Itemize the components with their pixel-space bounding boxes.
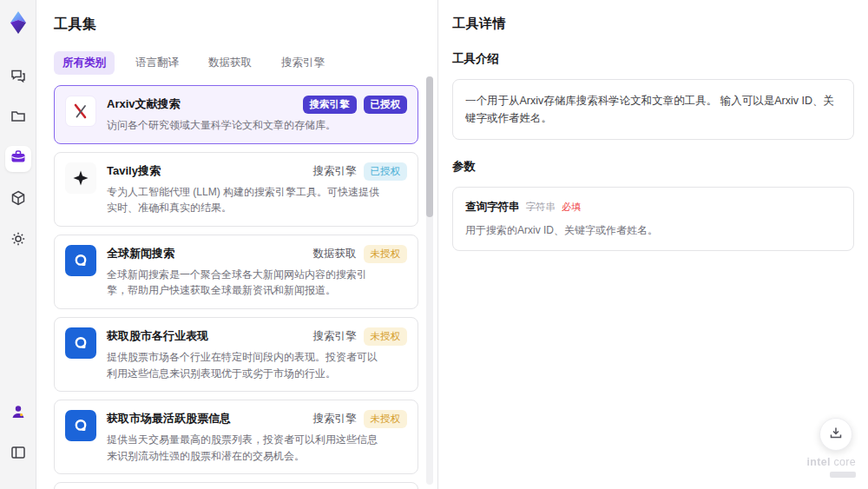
tab-all-categories[interactable]: 所有类别 (54, 51, 115, 75)
user-avatar[interactable] (5, 399, 31, 425)
tool-auth-badge: 未授权 (364, 327, 408, 346)
page-title: 工具集 (54, 16, 437, 34)
tavily-icon (65, 162, 96, 194)
chat-icon (10, 67, 27, 88)
tool-auth-badge: 未授权 (364, 245, 408, 263)
app-logo-icon (7, 10, 30, 38)
tool-auth-badge: 未授权 (364, 410, 408, 428)
download-icon (829, 426, 843, 443)
intel-core-logo: intel core (806, 456, 856, 480)
tab-data-fetch[interactable]: 数据获取 (200, 51, 260, 75)
tool-auth-badge: 已授权 (364, 96, 408, 114)
intro-box: 一个用于从Arxiv存储库搜索科学论文和文章的工具。 输入可以是Arxiv ID… (452, 79, 854, 140)
tool-description: 专为人工智能代理 (LLM) 构建的搜索引擎工具。可快速提供实时、准确和真实的结… (107, 184, 383, 216)
tool-card[interactable]: 万维地区新闻查询搜索引擎未授权查询具体行政区划内的新闻，快速了解各地新闻动态 (54, 482, 418, 489)
tool-details-panel: 工具详情 工具介绍 一个用于从Arxiv存储库搜索科学论文和文章的工具。 输入可… (438, 0, 868, 489)
tool-category-badge: 搜索引擎 (313, 412, 357, 426)
tool-description: 访问各个研究领域大量科学论文和文章的存储库。 (107, 117, 383, 134)
tool-description: 全球新闻搜索是一个聚合全球各大新闻网站内容的搜索引擎，帮助用户快速获取全球最新资… (107, 267, 383, 299)
category-tabs: 所有类别 语言翻译 数据获取 搜索引擎 (54, 51, 437, 75)
tab-translation[interactable]: 语言翻译 (127, 51, 187, 75)
gear-icon (10, 230, 27, 251)
tool-name: 获取股市各行业表现 (107, 327, 208, 344)
param-box: 查询字符串 字符串 必填 用于搜索的Arxiv ID、关键字或作者姓名。 (452, 187, 854, 251)
app-window: 工具集 所有类别 语言翻译 数据获取 搜索引擎 Arxiv文献搜索搜索引擎已授权… (0, 0, 868, 489)
params-heading: 参数 (452, 159, 854, 175)
intro-text: 一个用于从Arxiv存储库搜索科学论文和文章的工具。 输入可以是Arxiv ID… (465, 92, 841, 127)
folder-icon (10, 108, 27, 129)
tool-card[interactable]: Tavily搜索搜索引擎已授权专为人工智能代理 (LLM) 构建的搜索引擎工具。… (54, 152, 418, 227)
cube-icon (10, 189, 27, 210)
details-title: 工具详情 (452, 16, 854, 32)
tool-name: 全球新闻搜索 (107, 245, 174, 261)
param-description: 用于搜索的Arxiv ID、关键字或作者姓名。 (465, 222, 841, 238)
tool-category-badge: 搜索引擎 (303, 96, 357, 114)
param-type: 字符串 (526, 201, 556, 214)
tool-description: 提供当天交易量最高的股票列表，投资者可以利用这些信息来识别流动性强的股票和潜在的… (107, 432, 383, 464)
sidebar-item-files[interactable] (5, 105, 31, 131)
tab-search-engine[interactable]: 搜索引擎 (273, 51, 333, 75)
tool-card[interactable]: 获取市场最活跃股票信息搜索引擎未授权提供当天交易量最高的股票列表，投资者可以利用… (54, 400, 418, 474)
tool-name: Tavily搜索 (107, 162, 161, 179)
scrollbar-thumb[interactable] (426, 76, 433, 217)
list-scrollbar[interactable] (426, 76, 433, 485)
tool-auth-badge: 已授权 (364, 162, 408, 181)
tool-category-badge: 搜索引擎 (313, 329, 357, 344)
sidebar (0, 0, 36, 489)
download-button[interactable] (819, 418, 852, 451)
sidebar-item-chat[interactable] (5, 64, 31, 90)
sidebar-item-tools[interactable] (5, 146, 31, 172)
intro-heading: 工具介绍 (452, 51, 854, 67)
tool-card[interactable]: 全球新闻搜索数据获取未授权全球新闻搜索是一个聚合全球各大新闻网站内容的搜索引擎，… (54, 235, 418, 309)
tool-name: 获取市场最活跃股票信息 (107, 410, 231, 426)
param-required-badge: 必填 (562, 201, 581, 214)
param-name: 查询字符串 (465, 200, 520, 215)
arxiv-icon (65, 96, 96, 127)
collapse-sidebar-icon[interactable] (5, 439, 31, 466)
tool-category-badge: 数据获取 (313, 247, 357, 261)
quark-icon (65, 410, 96, 441)
tool-card[interactable]: Arxiv文献搜索搜索引擎已授权访问各个研究领域大量科学论文和文章的存储库。 (54, 85, 418, 144)
tool-card[interactable]: 获取股市各行业表现搜索引擎未授权提供股票市场各个行业在特定时间段内的表现。投资者… (54, 317, 418, 392)
sidebar-item-settings[interactable] (5, 228, 31, 254)
sidebar-item-plugins[interactable] (5, 187, 31, 213)
tool-list: Arxiv文献搜索搜索引擎已授权访问各个研究领域大量科学论文和文章的存储库。Ta… (54, 85, 418, 489)
tools-panel: 工具集 所有类别 语言翻译 数据获取 搜索引擎 Arxiv文献搜索搜索引擎已授权… (36, 0, 438, 489)
tool-name: Arxiv文献搜索 (107, 96, 181, 112)
briefcase-icon (10, 149, 27, 169)
quark-icon (65, 327, 96, 359)
tool-category-badge: 搜索引擎 (313, 164, 357, 179)
tool-description: 提供股票市场各个行业在特定时间段内的表现。投资者可以利用这些信息来识别表现优于或… (107, 349, 383, 381)
brand-sub-badge (830, 472, 856, 478)
quark-icon (65, 245, 96, 276)
